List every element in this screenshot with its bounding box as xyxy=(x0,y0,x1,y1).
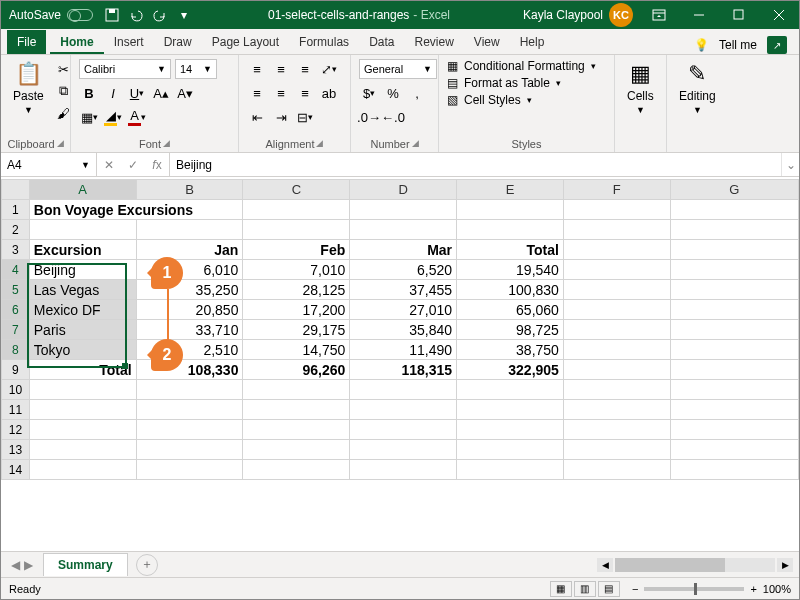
row-header[interactable]: 12 xyxy=(2,420,30,440)
share-icon[interactable]: ↗ xyxy=(767,36,787,54)
merge-center-icon[interactable]: ⊟▾ xyxy=(295,107,315,127)
italic-button[interactable]: I xyxy=(103,83,123,103)
view-page-break-icon[interactable]: ▤ xyxy=(598,581,620,597)
editing-button[interactable]: ✎Editing▼ xyxy=(675,59,720,117)
accounting-format-icon[interactable]: $▾ xyxy=(359,83,379,103)
decrease-decimal-icon[interactable]: ←.0 xyxy=(383,107,403,127)
sheet-tab-summary[interactable]: Summary xyxy=(43,553,128,576)
sheet-nav-prev-icon[interactable]: ◀ xyxy=(11,558,20,572)
row-header[interactable]: 6 xyxy=(2,300,30,320)
accept-formula-icon[interactable]: ✓ xyxy=(121,158,145,172)
increase-indent-icon[interactable]: ⇥ xyxy=(271,107,291,127)
decrease-font-icon[interactable]: A▾ xyxy=(175,83,195,103)
sheet-nav-next-icon[interactable]: ▶ xyxy=(24,558,33,572)
col-header-e[interactable]: E xyxy=(457,180,564,200)
borders-button[interactable]: ▦▾ xyxy=(79,107,99,127)
cell[interactable]: 98,725 xyxy=(457,320,564,340)
decrease-indent-icon[interactable]: ⇤ xyxy=(247,107,267,127)
cell[interactable]: Mar xyxy=(350,240,457,260)
zoom-control[interactable]: − + 100% xyxy=(632,583,791,595)
save-icon[interactable] xyxy=(101,4,123,26)
tell-me-icon[interactable]: 💡 xyxy=(694,38,709,52)
cell[interactable]: Excursion xyxy=(29,240,136,260)
align-middle-icon[interactable]: ≡ xyxy=(271,59,291,79)
tab-view[interactable]: View xyxy=(464,30,510,54)
cell[interactable]: 38,750 xyxy=(457,340,564,360)
cells-button[interactable]: ▦Cells▼ xyxy=(623,59,658,117)
align-center-icon[interactable]: ≡ xyxy=(271,83,291,103)
minimize-button[interactable] xyxy=(679,1,719,29)
cell[interactable]: Las Vegas xyxy=(29,280,136,300)
scroll-right-icon[interactable]: ▶ xyxy=(777,558,793,572)
col-header-f[interactable]: F xyxy=(563,180,670,200)
cell[interactable]: Paris xyxy=(29,320,136,340)
font-color-button[interactable]: A▾ xyxy=(127,107,147,127)
row-header[interactable]: 2 xyxy=(2,220,30,240)
wrap-text-icon[interactable]: ab xyxy=(319,83,339,103)
cell[interactable]: 27,010 xyxy=(350,300,457,320)
autosave-switch-off[interactable] xyxy=(67,9,93,21)
cell-styles-button[interactable]: ▧Cell Styles▾ xyxy=(447,93,596,107)
fill-color-button[interactable]: ◢▾ xyxy=(103,107,123,127)
tab-file[interactable]: File xyxy=(7,30,46,54)
bold-button[interactable]: B xyxy=(79,83,99,103)
dialog-launcher-icon[interactable]: ◢ xyxy=(163,138,170,150)
font-name-combo[interactable]: Calibri▼ xyxy=(79,59,171,79)
row-header[interactable]: 7 xyxy=(2,320,30,340)
increase-font-icon[interactable]: A▴ xyxy=(151,83,171,103)
cell[interactable]: 20,850 xyxy=(136,300,243,320)
col-header-g[interactable]: G xyxy=(670,180,798,200)
cell[interactable]: Jan xyxy=(136,240,243,260)
row-header[interactable]: 10 xyxy=(2,380,30,400)
dialog-launcher-icon[interactable]: ◢ xyxy=(57,138,64,150)
tell-me-label[interactable]: Tell me xyxy=(719,38,757,52)
cell[interactable]: Feb xyxy=(243,240,350,260)
select-all-corner[interactable] xyxy=(2,180,30,200)
cell-a4[interactable]: Beijing xyxy=(29,260,136,280)
cell[interactable]: 37,455 xyxy=(350,280,457,300)
tab-formulas[interactable]: Formulas xyxy=(289,30,359,54)
row-header[interactable]: 4 xyxy=(2,260,30,280)
cell[interactable]: 96,260 xyxy=(243,360,350,380)
zoom-in-icon[interactable]: + xyxy=(750,583,756,595)
view-page-layout-icon[interactable]: ▥ xyxy=(574,581,596,597)
align-right-icon[interactable]: ≡ xyxy=(295,83,315,103)
align-top-icon[interactable]: ≡ xyxy=(247,59,267,79)
row-header[interactable]: 13 xyxy=(2,440,30,460)
format-as-table-button[interactable]: ▤Format as Table▾ xyxy=(447,76,596,90)
cell[interactable]: Tokyo xyxy=(29,340,136,360)
user-block[interactable]: Kayla Claypool KC xyxy=(523,3,639,27)
font-size-combo[interactable]: 14▼ xyxy=(175,59,217,79)
cell[interactable]: 28,125 xyxy=(243,280,350,300)
dialog-launcher-icon[interactable]: ◢ xyxy=(412,138,419,150)
row-header[interactable]: 11 xyxy=(2,400,30,420)
cell[interactable]: 35,840 xyxy=(350,320,457,340)
scroll-left-icon[interactable]: ◀ xyxy=(597,558,613,572)
paste-button[interactable]: 📋 Paste ▼ xyxy=(9,59,48,123)
zoom-percent[interactable]: 100% xyxy=(763,583,791,595)
cell[interactable]: 6,520 xyxy=(350,260,457,280)
dialog-launcher-icon[interactable]: ◢ xyxy=(316,138,323,150)
conditional-formatting-button[interactable]: ▦Conditional Formatting▾ xyxy=(447,59,596,73)
zoom-slider[interactable] xyxy=(644,587,744,591)
align-left-icon[interactable]: ≡ xyxy=(247,83,267,103)
spreadsheet-grid[interactable]: A B C D E F G 1Bon Voyage Excursions 2 3… xyxy=(1,179,799,551)
tab-data[interactable]: Data xyxy=(359,30,404,54)
autosave-toggle[interactable]: AutoSave xyxy=(1,8,101,22)
cell[interactable]: 19,540 xyxy=(457,260,564,280)
cell[interactable]: Mexico DF xyxy=(29,300,136,320)
align-bottom-icon[interactable]: ≡ xyxy=(295,59,315,79)
orientation-icon[interactable]: ⤢▾ xyxy=(319,59,339,79)
cell[interactable]: 100,830 xyxy=(457,280,564,300)
close-button[interactable] xyxy=(759,1,799,29)
tab-page-layout[interactable]: Page Layout xyxy=(202,30,289,54)
cell[interactable]: 29,175 xyxy=(243,320,350,340)
new-sheet-button[interactable]: ＋ xyxy=(136,554,158,576)
expand-formula-bar-icon[interactable]: ⌄ xyxy=(781,153,799,176)
redo-icon[interactable] xyxy=(149,4,171,26)
tab-draw[interactable]: Draw xyxy=(154,30,202,54)
undo-icon[interactable] xyxy=(125,4,147,26)
col-header-c[interactable]: C xyxy=(243,180,350,200)
cell[interactable]: Bon Voyage Excursions xyxy=(29,200,243,220)
number-format-combo[interactable]: General▼ xyxy=(359,59,437,79)
